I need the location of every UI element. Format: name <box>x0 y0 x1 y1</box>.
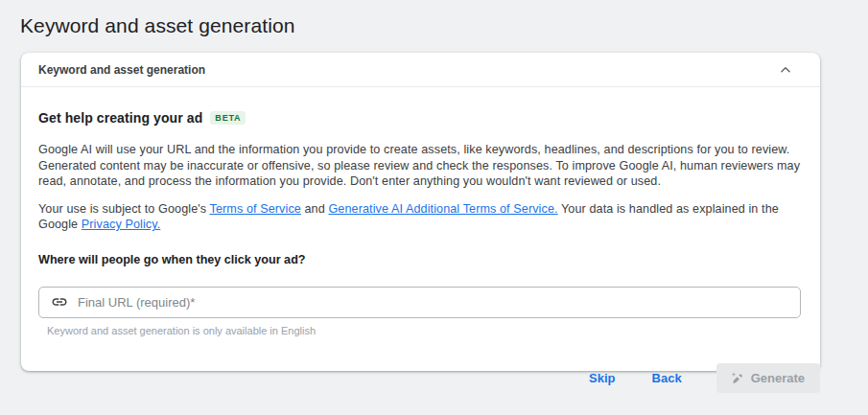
generate-button[interactable]: Generate <box>716 363 820 393</box>
pen-spark-icon <box>729 371 744 386</box>
beta-badge: BETA <box>210 111 246 125</box>
chevron-up-icon <box>779 63 792 77</box>
collapse-section-button[interactable] <box>774 58 797 81</box>
english-only-helper-text: Keyword and asset generation is only ava… <box>47 325 801 336</box>
card-body: Get help creating your ad BETA Google AI… <box>21 87 820 371</box>
generate-button-label: Generate <box>751 371 805 385</box>
card-header-title: Keyword and asset generation <box>38 63 205 77</box>
keyword-asset-generation-card: Keyword and asset generation Get help cr… <box>21 53 820 371</box>
card-header[interactable]: Keyword and asset generation <box>21 53 820 87</box>
section-heading-row: Get help creating your ad BETA <box>38 110 801 126</box>
skip-button[interactable]: Skip <box>577 363 626 393</box>
terms-middle: and <box>301 202 329 216</box>
final-url-input[interactable] <box>78 295 788 310</box>
terms-text: Your use is subject to Google's Terms of… <box>38 201 801 233</box>
terms-of-service-link[interactable]: Terms of Service <box>210 202 301 216</box>
page-title: Keyword and asset generation <box>0 0 868 37</box>
back-button[interactable]: Back <box>641 363 693 393</box>
final-url-question: Where will people go when they click you… <box>38 253 801 266</box>
section-heading: Get help creating your ad <box>38 110 202 126</box>
ai-disclaimer-text: Google AI will use your URL and the info… <box>38 142 801 190</box>
privacy-policy-link[interactable]: Privacy Policy. <box>82 218 160 231</box>
footer-action-bar: Skip Back Generate <box>0 363 820 393</box>
terms-prefix: Your use is subject to Google's <box>38 202 210 216</box>
keyword-asset-generation-page: Keyword and asset generation Keyword and… <box>0 0 868 415</box>
generative-ai-terms-link[interactable]: Generative AI Additional Terms of Servic… <box>328 202 557 216</box>
final-url-field-container[interactable] <box>38 287 801 318</box>
link-icon <box>51 293 68 311</box>
